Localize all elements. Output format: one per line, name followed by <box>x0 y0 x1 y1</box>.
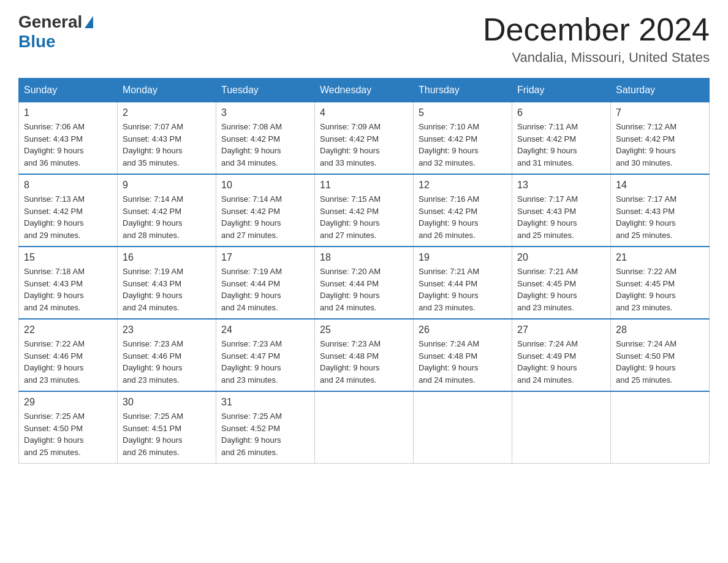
day-number: 9 <box>123 180 211 191</box>
day-info: Sunrise: 7:23 AM Sunset: 4:48 PM Dayligh… <box>320 338 408 386</box>
logo-general-text: General <box>18 12 82 32</box>
day-number: 2 <box>123 107 211 118</box>
day-number: 4 <box>320 107 408 118</box>
calendar-day-cell: 12 Sunrise: 7:16 AM Sunset: 4:42 PM Dayl… <box>414 174 512 247</box>
day-number: 20 <box>517 252 605 263</box>
day-number: 19 <box>419 252 507 263</box>
calendar-header-row: Sunday Monday Tuesday Wednesday Thursday… <box>19 79 710 102</box>
calendar-day-cell: 10 Sunrise: 7:14 AM Sunset: 4:42 PM Dayl… <box>216 174 315 247</box>
day-info: Sunrise: 7:21 AM Sunset: 4:45 PM Dayligh… <box>517 266 605 313</box>
calendar-week-row: 8 Sunrise: 7:13 AM Sunset: 4:42 PM Dayli… <box>19 174 710 247</box>
day-info: Sunrise: 7:18 AM Sunset: 4:43 PM Dayligh… <box>24 266 112 313</box>
calendar-day-cell: 13 Sunrise: 7:17 AM Sunset: 4:43 PM Dayl… <box>512 174 611 247</box>
calendar-week-row: 15 Sunrise: 7:18 AM Sunset: 4:43 PM Dayl… <box>19 247 710 319</box>
calendar-week-row: 22 Sunrise: 7:22 AM Sunset: 4:46 PM Dayl… <box>19 319 710 391</box>
calendar-week-row: 29 Sunrise: 7:25 AM Sunset: 4:50 PM Dayl… <box>19 391 710 464</box>
day-info: Sunrise: 7:09 AM Sunset: 4:42 PM Dayligh… <box>320 121 408 169</box>
day-number: 18 <box>320 252 408 263</box>
day-number: 30 <box>123 397 211 408</box>
calendar-day-cell: 21 Sunrise: 7:22 AM Sunset: 4:45 PM Dayl… <box>611 247 710 319</box>
calendar-day-cell: 8 Sunrise: 7:13 AM Sunset: 4:42 PM Dayli… <box>19 174 118 247</box>
header-friday: Friday <box>512 79 611 102</box>
day-info: Sunrise: 7:17 AM Sunset: 4:43 PM Dayligh… <box>616 193 704 241</box>
header-sunday: Sunday <box>19 79 118 102</box>
day-number: 5 <box>419 107 507 118</box>
calendar-day-cell: 31 Sunrise: 7:25 AM Sunset: 4:52 PM Dayl… <box>216 391 315 464</box>
calendar-day-cell: 29 Sunrise: 7:25 AM Sunset: 4:50 PM Dayl… <box>19 391 118 464</box>
day-number: 25 <box>320 324 408 335</box>
page-header: General Blue December 2024 Vandalia, Mis… <box>18 12 710 66</box>
day-info: Sunrise: 7:13 AM Sunset: 4:42 PM Dayligh… <box>24 193 112 241</box>
calendar-day-cell: 25 Sunrise: 7:23 AM Sunset: 4:48 PM Dayl… <box>315 319 414 391</box>
day-number: 13 <box>517 180 605 191</box>
day-info: Sunrise: 7:21 AM Sunset: 4:44 PM Dayligh… <box>419 266 507 313</box>
day-number: 15 <box>24 252 112 263</box>
logo-blue-text: Blue <box>18 32 56 51</box>
day-info: Sunrise: 7:22 AM Sunset: 4:46 PM Dayligh… <box>24 338 112 386</box>
day-number: 17 <box>221 252 309 263</box>
day-info: Sunrise: 7:19 AM Sunset: 4:43 PM Dayligh… <box>123 266 211 313</box>
calendar-day-cell: 27 Sunrise: 7:24 AM Sunset: 4:49 PM Dayl… <box>512 319 611 391</box>
day-number: 21 <box>616 252 704 263</box>
calendar-day-cell: 17 Sunrise: 7:19 AM Sunset: 4:44 PM Dayl… <box>216 247 315 319</box>
day-info: Sunrise: 7:06 AM Sunset: 4:43 PM Dayligh… <box>24 121 112 169</box>
day-info: Sunrise: 7:20 AM Sunset: 4:44 PM Dayligh… <box>320 266 408 313</box>
calendar-week-row: 1 Sunrise: 7:06 AM Sunset: 4:43 PM Dayli… <box>19 102 710 175</box>
day-info: Sunrise: 7:10 AM Sunset: 4:42 PM Dayligh… <box>419 121 507 169</box>
day-info: Sunrise: 7:12 AM Sunset: 4:42 PM Dayligh… <box>616 121 704 169</box>
calendar-day-cell <box>315 391 414 464</box>
day-number: 7 <box>616 107 704 118</box>
day-number: 3 <box>221 107 309 118</box>
day-info: Sunrise: 7:15 AM Sunset: 4:42 PM Dayligh… <box>320 193 408 241</box>
day-info: Sunrise: 7:24 AM Sunset: 4:49 PM Dayligh… <box>517 338 605 386</box>
month-title: December 2024 <box>483 12 710 47</box>
day-info: Sunrise: 7:14 AM Sunset: 4:42 PM Dayligh… <box>123 193 211 241</box>
calendar-day-cell: 4 Sunrise: 7:09 AM Sunset: 4:42 PM Dayli… <box>315 102 414 175</box>
calendar-day-cell <box>611 391 710 464</box>
calendar-day-cell <box>512 391 611 464</box>
day-number: 16 <box>123 252 211 263</box>
day-info: Sunrise: 7:14 AM Sunset: 4:42 PM Dayligh… <box>221 193 309 241</box>
day-info: Sunrise: 7:17 AM Sunset: 4:43 PM Dayligh… <box>517 193 605 241</box>
calendar-day-cell: 3 Sunrise: 7:08 AM Sunset: 4:42 PM Dayli… <box>216 102 315 175</box>
day-number: 12 <box>419 180 507 191</box>
day-info: Sunrise: 7:22 AM Sunset: 4:45 PM Dayligh… <box>616 266 704 313</box>
day-number: 27 <box>517 324 605 335</box>
day-info: Sunrise: 7:19 AM Sunset: 4:44 PM Dayligh… <box>221 266 309 313</box>
calendar-day-cell: 19 Sunrise: 7:21 AM Sunset: 4:44 PM Dayl… <box>414 247 512 319</box>
calendar-day-cell: 6 Sunrise: 7:11 AM Sunset: 4:42 PM Dayli… <box>512 102 611 175</box>
title-area: December 2024 Vandalia, Missouri, United… <box>483 12 710 66</box>
header-tuesday: Tuesday <box>216 79 315 102</box>
day-info: Sunrise: 7:24 AM Sunset: 4:50 PM Dayligh… <box>616 338 704 386</box>
day-info: Sunrise: 7:11 AM Sunset: 4:42 PM Dayligh… <box>517 121 605 169</box>
header-monday: Monday <box>118 79 216 102</box>
day-info: Sunrise: 7:25 AM Sunset: 4:52 PM Dayligh… <box>221 410 309 458</box>
day-number: 10 <box>221 180 309 191</box>
day-number: 31 <box>221 397 309 408</box>
calendar-table: Sunday Monday Tuesday Wednesday Thursday… <box>18 78 710 464</box>
location-subtitle: Vandalia, Missouri, United States <box>483 50 710 66</box>
day-info: Sunrise: 7:08 AM Sunset: 4:42 PM Dayligh… <box>221 121 309 169</box>
day-number: 24 <box>221 324 309 335</box>
calendar-day-cell: 11 Sunrise: 7:15 AM Sunset: 4:42 PM Dayl… <box>315 174 414 247</box>
calendar-day-cell: 9 Sunrise: 7:14 AM Sunset: 4:42 PM Dayli… <box>118 174 216 247</box>
header-wednesday: Wednesday <box>315 79 414 102</box>
calendar-day-cell: 24 Sunrise: 7:23 AM Sunset: 4:47 PM Dayl… <box>216 319 315 391</box>
calendar-day-cell: 26 Sunrise: 7:24 AM Sunset: 4:48 PM Dayl… <box>414 319 512 391</box>
header-saturday: Saturday <box>611 79 710 102</box>
calendar-day-cell <box>414 391 512 464</box>
calendar-day-cell: 28 Sunrise: 7:24 AM Sunset: 4:50 PM Dayl… <box>611 319 710 391</box>
day-info: Sunrise: 7:23 AM Sunset: 4:46 PM Dayligh… <box>123 338 211 386</box>
day-number: 14 <box>616 180 704 191</box>
calendar-day-cell: 2 Sunrise: 7:07 AM Sunset: 4:43 PM Dayli… <box>118 102 216 175</box>
day-number: 6 <box>517 107 605 118</box>
day-info: Sunrise: 7:24 AM Sunset: 4:48 PM Dayligh… <box>419 338 507 386</box>
day-number: 8 <box>24 180 112 191</box>
calendar-day-cell: 14 Sunrise: 7:17 AM Sunset: 4:43 PM Dayl… <box>611 174 710 247</box>
calendar-day-cell: 22 Sunrise: 7:22 AM Sunset: 4:46 PM Dayl… <box>19 319 118 391</box>
day-number: 1 <box>24 107 112 118</box>
calendar-day-cell: 20 Sunrise: 7:21 AM Sunset: 4:45 PM Dayl… <box>512 247 611 319</box>
logo: General Blue <box>18 12 93 52</box>
calendar-day-cell: 7 Sunrise: 7:12 AM Sunset: 4:42 PM Dayli… <box>611 102 710 175</box>
logo-triangle-icon <box>85 16 93 28</box>
